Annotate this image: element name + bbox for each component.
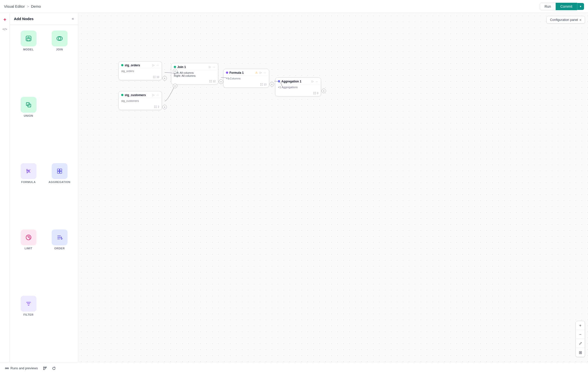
- refresh-icon: [52, 366, 56, 370]
- join1-title-wrap: Join 1: [174, 65, 186, 69]
- formula1-body: +1 Columns: [223, 76, 269, 82]
- order-label: ORDER: [54, 247, 65, 250]
- aggregation1-title-wrap: Aggregation 1: [278, 80, 301, 83]
- svg-rect-38: [315, 93, 316, 94]
- stg-orders-dot: [121, 64, 123, 66]
- stg-orders-title-wrap: stg_orders: [121, 64, 140, 67]
- stg-customers-count: 2: [154, 105, 159, 108]
- svg-rect-33: [260, 85, 261, 86]
- aggregation1-run-btn[interactable]: ▷: [311, 79, 314, 83]
- svg-rect-36: [315, 92, 316, 93]
- limit-label: LIMIT: [25, 247, 32, 250]
- formula1-add-btn[interactable]: +: [270, 82, 274, 86]
- svg-rect-27: [209, 80, 210, 81]
- aggregation1-subtitle: +1 Aggregations: [278, 86, 318, 89]
- zoom-grid-button[interactable]: ⊞: [576, 348, 585, 357]
- runs-and-previews-item[interactable]: Runs and previews: [5, 366, 38, 370]
- stg-customers-subtitle: stg_customers: [121, 99, 159, 102]
- join1-top-add-btn[interactable]: +: [173, 69, 177, 73]
- limit-icon: [21, 229, 37, 245]
- formula1-warning-btn[interactable]: ⚠: [255, 71, 258, 75]
- formula1-subtitle: +1 Columns: [226, 77, 266, 80]
- formula1-more-btn[interactable]: ···: [263, 71, 266, 75]
- config-panel-label: Configuration panel: [550, 18, 578, 22]
- union-icon: [21, 97, 37, 113]
- formula-icon: [21, 163, 37, 179]
- join-label: JOIN: [56, 48, 63, 51]
- node-filter[interactable]: FILTER: [13, 293, 44, 359]
- svg-point-12: [28, 237, 29, 238]
- formula1-node[interactable]: Formula 1 ⚠ ▷ ··· +1 Columns 13: [223, 69, 269, 88]
- git-item[interactable]: [43, 366, 47, 370]
- nodes-grid: MODEL JOIN UNION: [10, 25, 78, 362]
- stg-customers-title-wrap: stg_customers: [121, 93, 146, 97]
- stg-orders-footer: 10: [119, 75, 162, 80]
- canvas-area[interactable]: Configuration panel « stg_order: [78, 13, 588, 362]
- stg-customers-node[interactable]: stg_customers ▷ ··· stg_customers 2: [118, 91, 162, 110]
- config-panel-button[interactable]: Configuration panel «: [546, 16, 585, 24]
- aggregation1-title: Aggregation 1: [281, 80, 301, 83]
- node-union[interactable]: UNION: [13, 94, 44, 160]
- svg-rect-31: [260, 83, 261, 84]
- commit-button[interactable]: Commit: [556, 3, 577, 10]
- stg-customers-run-btn[interactable]: ▷: [152, 93, 155, 97]
- stg-orders-header: stg_orders ▷ ···: [119, 62, 162, 68]
- join1-more-btn[interactable]: ···: [212, 65, 216, 69]
- add-node-icon-btn[interactable]: +: [1, 16, 9, 23]
- node-model[interactable]: MODEL: [13, 28, 44, 94]
- svg-rect-35: [313, 92, 314, 93]
- stg-orders-more-btn[interactable]: ···: [156, 64, 159, 67]
- filter-icon: [21, 296, 37, 312]
- stg-customers-body: stg_customers: [119, 98, 162, 105]
- stg-customers-more-btn[interactable]: ···: [156, 93, 159, 97]
- join1-dot: [174, 66, 176, 68]
- join-icon: [52, 31, 68, 46]
- svg-point-41: [43, 367, 44, 368]
- node-aggregation[interactable]: AGGREGATION: [44, 160, 75, 226]
- aggregation1-add-btn[interactable]: +: [322, 89, 326, 93]
- zoom-in-button[interactable]: +: [576, 321, 585, 330]
- commit-dropdown-button[interactable]: ▾: [577, 3, 584, 10]
- join1-run-btn[interactable]: ▷: [208, 65, 211, 69]
- stg-orders-title: stg_orders: [125, 64, 140, 67]
- bottom-bar: Runs and previews: [0, 362, 588, 374]
- node-order[interactable]: ORDER: [44, 226, 75, 293]
- join1-body: Left: All columns Right: All columns: [171, 70, 218, 79]
- node-limit[interactable]: LIMIT: [13, 226, 44, 293]
- zoom-out-button[interactable]: −: [576, 330, 585, 339]
- svg-rect-32: [262, 83, 263, 84]
- aggregation1-header: Aggregation 1 ▷ ···: [275, 78, 321, 84]
- formula1-run-btn[interactable]: ▷: [259, 71, 262, 75]
- stg-customers-add-btn[interactable]: +: [162, 105, 167, 109]
- zoom-controls: + − ⤢ ⊞: [576, 321, 585, 357]
- aggregation1-more-btn[interactable]: ···: [315, 80, 318, 83]
- svg-rect-8: [60, 171, 62, 173]
- breadcrumb-separator: >: [27, 4, 29, 8]
- join1-right-label: Right: All columns: [174, 74, 216, 77]
- join1-left-label: Left: All columns: [174, 71, 216, 74]
- node-formula[interactable]: FORMULA: [13, 160, 44, 226]
- visual-editor-label: Visual Editor: [4, 4, 25, 8]
- sidebar-collapse-button[interactable]: «: [72, 16, 74, 21]
- formula1-actions: ⚠ ▷ ···: [255, 71, 266, 75]
- stg-orders-node[interactable]: stg_orders ▷ ··· stg_orders 10: [118, 61, 162, 80]
- node-join[interactable]: JOIN: [44, 28, 75, 94]
- svg-point-39: [5, 368, 7, 369]
- aggregation-label: AGGREGATION: [49, 181, 71, 184]
- join1-node[interactable]: Join 1 ▷ ··· Left: All columns Right: Al…: [171, 63, 218, 84]
- run-button[interactable]: Run: [540, 3, 556, 10]
- code-view-btn[interactable]: </>: [1, 25, 9, 33]
- zoom-fit-button[interactable]: ⤢: [576, 339, 585, 348]
- main-layout: + </> Add Nodes « MODEL: [0, 13, 588, 362]
- aggregation1-node[interactable]: Aggregation 1 ▷ ··· +1 Aggregations 0: [275, 77, 321, 96]
- formula-label: FORMULA: [21, 181, 36, 184]
- stg-orders-subtitle: stg_orders: [121, 70, 159, 73]
- stg-orders-body: stg_orders: [119, 68, 162, 75]
- svg-point-40: [7, 368, 9, 369]
- stg-orders-run-btn[interactable]: ▷: [152, 63, 155, 67]
- stg-customers-header: stg_customers ▷ ···: [119, 91, 162, 98]
- join1-bottom-add-btn[interactable]: +: [173, 84, 177, 88]
- join1-add-btn[interactable]: +: [219, 79, 223, 84]
- refresh-item[interactable]: [52, 366, 56, 370]
- stg-orders-add-btn[interactable]: +: [162, 76, 167, 80]
